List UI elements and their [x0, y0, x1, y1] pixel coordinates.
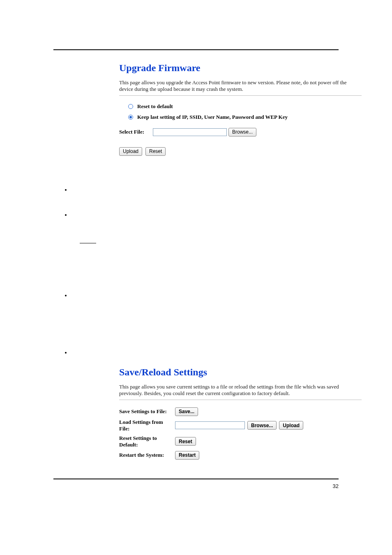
- bullet-dot: [65, 352, 67, 354]
- upload-reset-row: Upload Reset: [119, 147, 373, 156]
- restart-button[interactable]: Restart: [175, 451, 199, 460]
- select-file-input[interactable]: [153, 128, 227, 136]
- save-reload-description: This page allows you save current settin…: [119, 384, 357, 397]
- option-reset-label: Reset to default: [137, 103, 173, 110]
- radio-keep-settings[interactable]: [128, 115, 133, 120]
- section-paragraph: The "Backup" function can backup and rel…: [65, 252, 344, 268]
- select-file-row: Select File: Browse...: [119, 128, 373, 136]
- bullet-text-2: Keep last config: While firmware updated…: [79, 211, 340, 228]
- bullet-reset-to-default: Reset to default: While firmware updated…: [65, 186, 340, 194]
- bullet-text-4: Load Settings from File: Click the "Brow…: [79, 349, 270, 357]
- divider: [119, 95, 362, 96]
- section-title: Backup: [80, 236, 104, 243]
- reset-to-default-label: Reset Settings to Default:: [119, 435, 173, 448]
- load-browse-button[interactable]: Browse...: [247, 421, 277, 430]
- bullet-dot: [65, 295, 67, 296]
- browse-button[interactable]: Browse...: [228, 128, 256, 136]
- option-keep-row[interactable]: Keep last setting of IP, SSID, User Name…: [119, 114, 373, 120]
- upload-button[interactable]: Upload: [119, 147, 142, 156]
- radio-reset-to-default[interactable]: [128, 104, 133, 109]
- save-reload-panel: Save/Reload Settings This page allows yo…: [119, 367, 373, 460]
- header-rule: [53, 49, 339, 50]
- load-from-file-label: Load Settings from File:: [119, 419, 173, 432]
- footer-rule: [53, 479, 339, 479]
- bullet-load-settings: Load Settings from File: Click the "Brow…: [65, 349, 340, 357]
- restart-system-label: Restart the System:: [119, 452, 173, 458]
- bullet-save-settings: Save Settings to File: Click the "Save" …: [65, 292, 340, 308]
- bullet-dot: [65, 214, 67, 216]
- upgrade-description: This page allows you upgrade the Access …: [119, 79, 357, 93]
- upgrade-firmware-panel: Upgrade Firmware This page allows you up…: [119, 62, 373, 160]
- bullet-text-1: Reset to default: While firmware updated…: [79, 186, 287, 194]
- save-button[interactable]: Save...: [175, 407, 198, 416]
- section-title-underline: [80, 243, 96, 243]
- page-number: 32: [333, 483, 339, 489]
- load-file-input[interactable]: [175, 421, 245, 429]
- save-to-file-label: Save Settings to File:: [119, 408, 173, 415]
- reset-defaults-button[interactable]: Reset: [175, 437, 196, 446]
- option-keep-label: Keep last setting of IP, SSID, User Name…: [137, 114, 288, 120]
- upgrade-title: Upgrade Firmware: [119, 62, 373, 74]
- divider: [119, 400, 362, 400]
- select-file-label: Select File:: [119, 129, 153, 135]
- bullet-keep-last-config: Keep last config: While firmware updated…: [65, 211, 340, 228]
- save-reload-title: Save/Reload Settings: [119, 367, 373, 378]
- reset-button[interactable]: Reset: [145, 147, 166, 156]
- option-reset-row[interactable]: Reset to default: [119, 103, 373, 110]
- bullet-dot: [65, 189, 67, 191]
- section-number: 4.4.4: [55, 236, 70, 243]
- bullet-text-3: Save Settings to File: Click the "Save" …: [79, 292, 340, 308]
- load-upload-button[interactable]: Upload: [279, 421, 303, 430]
